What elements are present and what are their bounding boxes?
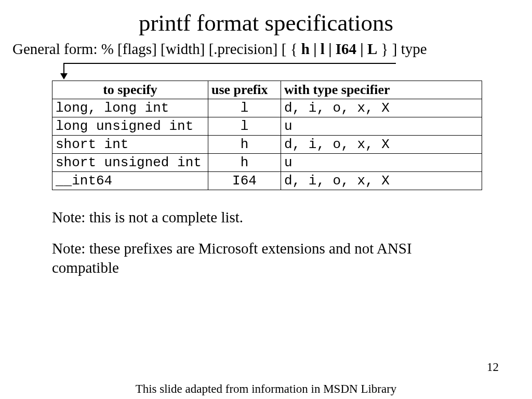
notes-block: Note: this is not a complete list. Note:… <box>52 208 480 277</box>
table-header-row: to specify use prefix with type specifie… <box>52 81 482 99</box>
col-header-prefix: use prefix <box>208 81 281 99</box>
general-form-suffix: } ] type <box>377 41 427 57</box>
table-row: __int64 I64 d, i, o, x, X <box>52 172 482 190</box>
cell-prefix: h <box>208 136 281 154</box>
cell-prefix: l <box>208 99 281 117</box>
cell-typespec: u <box>281 117 482 136</box>
col-header-typespec: with type specifier <box>281 81 482 99</box>
note-line: Note: these prefixes are Microsoft exten… <box>52 239 480 277</box>
footer-attribution: This slide adapted from information in M… <box>0 382 532 396</box>
cell-typespec: u <box>281 154 482 172</box>
cell-specify: long unsigned int <box>52 117 208 136</box>
cell-prefix: h <box>208 154 281 172</box>
cell-prefix: I64 <box>208 172 281 190</box>
general-form-line: General form: % [flags] [width] [.precis… <box>12 41 532 58</box>
page-number: 12 <box>487 361 499 374</box>
col-header-specify: to specify <box>52 81 208 99</box>
cell-specify: long, long int <box>52 99 208 117</box>
slide-title: printf format specifications <box>0 9 532 36</box>
table-row: long unsigned int l u <box>52 117 482 136</box>
cell-typespec: d, i, o, x, X <box>281 99 482 117</box>
table-row: short int h d, i, o, x, X <box>52 136 482 154</box>
pointer-arrow <box>0 63 532 79</box>
cell-specify: short int <box>52 136 208 154</box>
cell-specify: short unsigned int <box>52 154 208 172</box>
cell-prefix: l <box>208 117 281 136</box>
cell-typespec: d, i, o, x, X <box>281 136 482 154</box>
table-row: short unsigned int h u <box>52 154 482 172</box>
cell-specify: __int64 <box>52 172 208 190</box>
cell-typespec: d, i, o, x, X <box>281 172 482 190</box>
general-form-bold: h | l | I64 | L <box>301 41 377 57</box>
general-form-prefix: General form: % [flags] [width] [.precis… <box>12 41 301 57</box>
prefix-table: to specify use prefix with type specifie… <box>52 81 482 190</box>
note-line: Note: this is not a complete list. <box>52 208 480 227</box>
table-row: long, long int l d, i, o, x, X <box>52 99 482 117</box>
